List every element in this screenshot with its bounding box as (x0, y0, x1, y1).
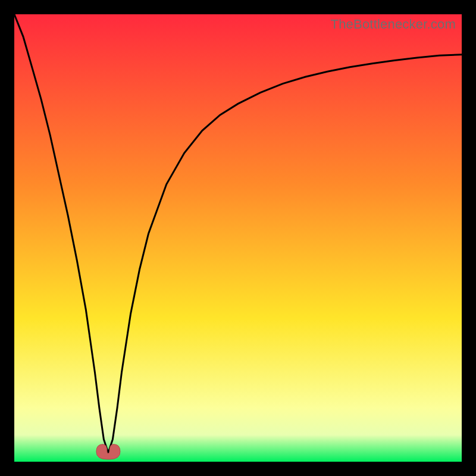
watermark-text: TheBottlenecker.com (331, 17, 456, 32)
gradient-background (14, 14, 462, 462)
bottleneck-chart (14, 14, 462, 462)
chart-frame: TheBottlenecker.com (14, 14, 462, 462)
